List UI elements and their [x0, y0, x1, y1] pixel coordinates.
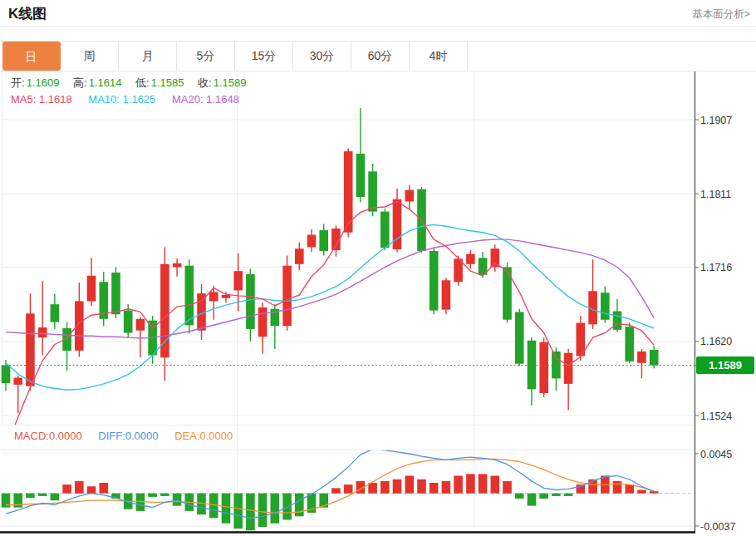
candle	[307, 235, 317, 248]
macd-bar	[344, 484, 353, 494]
candle	[136, 319, 145, 331]
candle	[368, 171, 377, 211]
candle	[564, 353, 573, 384]
candle	[637, 352, 646, 363]
macd-bar	[222, 494, 231, 524]
macd-bar	[295, 494, 304, 517]
candle	[51, 304, 60, 322]
candle	[613, 312, 622, 330]
macd-bar	[258, 494, 268, 527]
macd-tick-label: -0.0037	[700, 521, 735, 533]
macd-bar	[368, 483, 377, 494]
close-label: 收:	[198, 76, 212, 89]
candle	[356, 154, 366, 197]
macd-bar	[100, 483, 109, 494]
candle	[2, 366, 11, 383]
price-tick-label: 1.1811	[700, 189, 731, 200]
macd-bar	[38, 494, 47, 496]
price-tick-label: 1.1907	[700, 115, 732, 126]
price-tick-label: 1.1524	[700, 411, 732, 422]
macd-bar	[173, 494, 182, 506]
candle	[442, 280, 451, 309]
macd-bar	[405, 476, 415, 494]
macd-bar	[528, 494, 537, 506]
macd-bar	[417, 479, 426, 494]
macd-bar	[491, 476, 500, 494]
candle	[491, 248, 500, 267]
macd-bar	[51, 494, 60, 501]
macd-bar	[380, 481, 390, 494]
macd-bar	[62, 484, 71, 494]
candle	[173, 263, 182, 268]
candle	[26, 313, 35, 386]
diff-value: 0.0000	[125, 430, 159, 442]
candle	[233, 271, 243, 290]
open-value: 1.1609	[27, 76, 60, 89]
candle	[282, 266, 292, 327]
candle	[258, 307, 268, 337]
macd-bar	[503, 481, 512, 494]
macd-bar	[246, 494, 255, 531]
macd-bar	[625, 484, 634, 494]
macd-bar	[613, 481, 622, 494]
current-price-text: 1.1589	[709, 359, 742, 371]
macd-bar	[637, 490, 646, 494]
macd-bar	[271, 494, 280, 524]
ma-legend: MA5: 1.1618 MA10: 1.1625 MA20: 1.1648	[11, 93, 239, 106]
candle	[466, 254, 475, 264]
candle	[503, 268, 512, 320]
high-label: 高:	[73, 76, 87, 89]
low-label: 低:	[135, 76, 150, 89]
macd-bar	[160, 494, 169, 496]
macd-legend: MACD:0.0000 DIFF:0.0000 DEA:0.0000	[14, 430, 233, 442]
candle	[405, 190, 415, 202]
ohlc-legend: 开:1.1609 高:1.1614 低:1.1585 收:1.1589	[11, 76, 257, 91]
macd-bar	[233, 494, 243, 529]
ma5-value: 1.1618	[39, 93, 72, 106]
candle	[380, 212, 390, 248]
candle	[430, 251, 439, 311]
macd-bar	[466, 474, 475, 493]
macd-bar	[393, 479, 402, 494]
macd-bar	[539, 494, 548, 499]
candle	[209, 292, 218, 301]
macd-bar	[479, 474, 488, 493]
macd-bar	[331, 488, 341, 493]
candle	[528, 341, 537, 390]
macd-label: MACD:	[14, 430, 49, 442]
candle	[588, 291, 597, 324]
price-tick-label: 1.1620	[700, 336, 732, 347]
candle	[454, 258, 463, 282]
ma10-value: 1.1625	[123, 93, 156, 106]
diff-label: DIFF:	[98, 430, 125, 442]
candle	[87, 276, 96, 302]
candle	[38, 327, 47, 337]
macd-bar	[87, 486, 96, 494]
macd-bar	[430, 483, 439, 494]
dea-label: DEA:	[174, 430, 199, 442]
macd-bar	[282, 494, 292, 520]
ma20-value: 1.1648	[206, 93, 239, 106]
macd-bar	[75, 481, 84, 494]
macd-bar	[454, 476, 463, 494]
candle	[295, 248, 304, 264]
candle	[124, 311, 133, 333]
ma10-label: MA10:	[88, 93, 120, 106]
candle	[650, 350, 659, 366]
macd-value: 0.0000	[49, 430, 82, 442]
macd-bar	[515, 494, 524, 499]
candle	[625, 327, 634, 361]
candle	[160, 264, 169, 358]
low-value: 1.1585	[151, 76, 184, 89]
close-value: 1.1589	[214, 76, 247, 89]
candle	[13, 378, 22, 385]
macd-bar	[552, 494, 561, 496]
candle	[539, 342, 548, 393]
candle	[246, 274, 255, 329]
candle	[601, 293, 610, 320]
ma5-label: MA5:	[11, 93, 36, 106]
candle	[222, 295, 231, 298]
kline-page: K线图 基本面分析> 日 周 月 5分 15分 30分 60分 4时 1.190…	[0, 0, 756, 536]
macd-bar	[148, 494, 157, 497]
macd-bar	[136, 494, 145, 511]
